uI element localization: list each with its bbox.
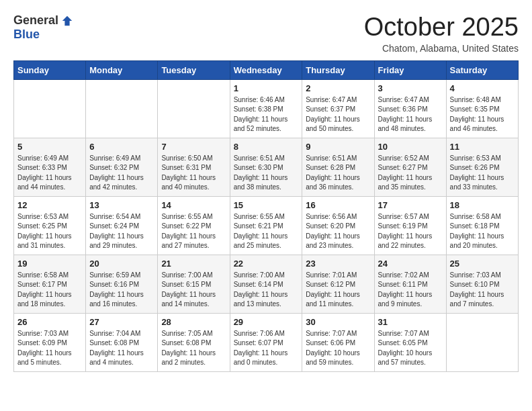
day-info-line: Daylight: 11 hours and 40 minutes. (161, 174, 216, 191)
day-info: Sunrise: 6:51 AMSunset: 6:30 PMDaylight:… (234, 154, 299, 193)
day-number: 24 (378, 259, 443, 269)
day-info: Sunrise: 7:00 AMSunset: 6:15 PMDaylight:… (161, 271, 226, 310)
day-info-line: Daylight: 11 hours and 13 minutes. (234, 291, 288, 308)
day-info: Sunrise: 6:59 AMSunset: 6:16 PMDaylight:… (89, 271, 154, 310)
day-info-line: Daylight: 11 hours and 42 minutes. (89, 174, 144, 191)
day-info-line: Sunrise: 6:53 AM (17, 213, 69, 220)
header-tuesday: Tuesday (158, 60, 230, 79)
calendar-week-3: 12Sunrise: 6:53 AMSunset: 6:25 PMDayligh… (14, 196, 519, 255)
day-info: Sunrise: 6:50 AMSunset: 6:31 PMDaylight:… (161, 154, 226, 193)
day-info-line: Sunset: 6:06 PM (306, 339, 355, 347)
calendar-cell: 18Sunrise: 6:58 AMSunset: 6:18 PMDayligh… (446, 196, 518, 255)
logo-blue-text: Blue (13, 28, 40, 42)
calendar-cell: 13Sunrise: 6:54 AMSunset: 6:24 PMDayligh… (86, 196, 158, 255)
calendar-cell: 27Sunrise: 7:04 AMSunset: 6:08 PMDayligh… (86, 313, 158, 371)
day-info-line: Daylight: 11 hours and 16 minutes. (89, 291, 144, 308)
day-info-line: Sunrise: 7:06 AM (234, 330, 285, 337)
calendar-cell: 7Sunrise: 6:50 AMSunset: 6:31 PMDaylight… (158, 138, 230, 196)
page-header: General Blue October 2025 Chatom, Alabam… (13, 13, 519, 54)
day-info-line: Daylight: 11 hours and 14 minutes. (161, 291, 216, 308)
logo-icon (61, 15, 73, 27)
day-info: Sunrise: 7:05 AMSunset: 6:08 PMDaylight:… (161, 329, 226, 368)
location: Chatom, Alabama, United States (364, 43, 519, 54)
day-number: 12 (17, 200, 82, 210)
day-info-line: Sunrise: 6:59 AM (89, 271, 140, 279)
day-info-line: Sunset: 6:22 PM (161, 222, 211, 230)
header-friday: Friday (374, 60, 446, 79)
day-number: 30 (306, 317, 370, 327)
calendar-cell: 6Sunrise: 6:49 AMSunset: 6:32 PMDaylight… (86, 138, 158, 196)
day-info-line: Sunset: 6:20 PM (306, 222, 355, 230)
calendar-cell: 19Sunrise: 6:58 AMSunset: 6:17 PMDayligh… (14, 255, 86, 313)
calendar-cell: 11Sunrise: 6:53 AMSunset: 6:26 PMDayligh… (446, 138, 518, 196)
calendar-week-4: 19Sunrise: 6:58 AMSunset: 6:17 PMDayligh… (14, 255, 519, 313)
day-info-line: Sunset: 6:38 PM (234, 105, 283, 113)
day-info-line: Sunrise: 7:07 AM (306, 330, 357, 337)
day-info-line: Daylight: 11 hours and 31 minutes. (17, 232, 72, 250)
logo-general-text: General (13, 13, 58, 28)
day-number: 8 (234, 142, 299, 152)
day-info-line: Sunrise: 7:04 AM (89, 330, 140, 337)
day-info-line: Sunset: 6:27 PM (378, 164, 428, 171)
day-info: Sunrise: 7:02 AMSunset: 6:11 PMDaylight:… (378, 271, 443, 310)
day-info: Sunrise: 7:06 AMSunset: 6:07 PMDaylight:… (234, 329, 299, 368)
header-sunday: Sunday (14, 60, 86, 79)
day-info-line: Sunset: 6:14 PM (234, 281, 283, 288)
day-info: Sunrise: 7:04 AMSunset: 6:08 PMDaylight:… (89, 329, 154, 368)
day-info-line: Sunset: 6:17 PM (17, 281, 67, 288)
calendar-cell (446, 313, 518, 371)
day-info-line: Sunrise: 6:50 AM (161, 154, 212, 162)
day-info-line: Sunset: 6:26 PM (450, 164, 500, 171)
day-info: Sunrise: 6:57 AMSunset: 6:19 PMDaylight:… (378, 212, 443, 251)
day-info-line: Daylight: 11 hours and 38 minutes. (234, 174, 288, 191)
day-info-line: Sunrise: 7:03 AM (17, 330, 69, 337)
day-info-line: Sunrise: 6:58 AM (17, 271, 69, 279)
header-saturday: Saturday (446, 60, 518, 79)
day-info-line: Sunset: 6:21 PM (234, 222, 283, 230)
day-info-line: Sunset: 6:35 PM (450, 105, 500, 113)
calendar-cell: 2Sunrise: 6:47 AMSunset: 6:37 PMDaylight… (302, 79, 374, 138)
header-wednesday: Wednesday (230, 60, 302, 79)
day-number: 3 (378, 83, 443, 93)
day-info: Sunrise: 7:07 AMSunset: 6:05 PMDaylight:… (378, 329, 443, 368)
calendar-cell: 5Sunrise: 6:49 AMSunset: 6:33 PMDaylight… (14, 138, 86, 196)
day-info: Sunrise: 7:03 AMSunset: 6:09 PMDaylight:… (17, 329, 82, 368)
day-info-line: Sunset: 6:37 PM (306, 105, 355, 113)
day-info-line: Daylight: 11 hours and 23 minutes. (306, 232, 360, 250)
day-info: Sunrise: 6:52 AMSunset: 6:27 PMDaylight:… (378, 154, 443, 193)
day-number: 5 (17, 142, 82, 152)
day-info-line: Daylight: 10 hours and 59 minutes. (306, 349, 360, 367)
calendar-cell: 12Sunrise: 6:53 AMSunset: 6:25 PMDayligh… (14, 196, 86, 255)
day-number: 18 (450, 200, 515, 210)
day-number: 25 (450, 259, 515, 269)
day-info: Sunrise: 6:46 AMSunset: 6:38 PMDaylight:… (234, 95, 299, 134)
calendar-cell: 4Sunrise: 6:48 AMSunset: 6:35 PMDaylight… (446, 79, 518, 138)
day-info-line: Sunrise: 7:02 AM (378, 271, 429, 279)
day-info-line: Daylight: 11 hours and 36 minutes. (306, 174, 360, 191)
day-info-line: Daylight: 11 hours and 48 minutes. (378, 116, 433, 133)
day-info: Sunrise: 7:00 AMSunset: 6:14 PMDaylight:… (234, 271, 299, 310)
day-number: 21 (161, 259, 226, 269)
calendar-cell (86, 79, 158, 138)
day-info: Sunrise: 6:55 AMSunset: 6:22 PMDaylight:… (161, 212, 226, 251)
day-info-line: Daylight: 11 hours and 29 minutes. (89, 232, 144, 250)
day-info-line: Sunset: 6:11 PM (378, 281, 428, 288)
day-info: Sunrise: 6:53 AMSunset: 6:25 PMDaylight:… (17, 212, 82, 251)
calendar-cell: 3Sunrise: 6:47 AMSunset: 6:36 PMDaylight… (374, 79, 446, 138)
day-info-line: Sunrise: 6:55 AM (161, 213, 212, 220)
day-number: 9 (306, 142, 370, 152)
day-number: 17 (378, 200, 443, 210)
day-info-line: Sunset: 6:28 PM (306, 164, 355, 171)
day-info: Sunrise: 6:48 AMSunset: 6:35 PMDaylight:… (450, 95, 515, 134)
day-info-line: Daylight: 11 hours and 22 minutes. (378, 232, 433, 250)
day-info-line: Daylight: 11 hours and 2 minutes. (161, 349, 216, 367)
day-info-line: Daylight: 11 hours and 35 minutes. (378, 174, 433, 191)
day-number: 6 (89, 142, 154, 152)
day-number: 19 (17, 259, 82, 269)
day-info-line: Sunrise: 6:56 AM (306, 213, 357, 220)
calendar-cell: 15Sunrise: 6:55 AMSunset: 6:21 PMDayligh… (230, 196, 302, 255)
calendar-header-row: SundayMondayTuesdayWednesdayThursdayFrid… (14, 60, 519, 79)
calendar-cell: 1Sunrise: 6:46 AMSunset: 6:38 PMDaylight… (230, 79, 302, 138)
day-info-line: Sunset: 6:05 PM (378, 339, 428, 347)
day-number: 16 (306, 200, 370, 210)
